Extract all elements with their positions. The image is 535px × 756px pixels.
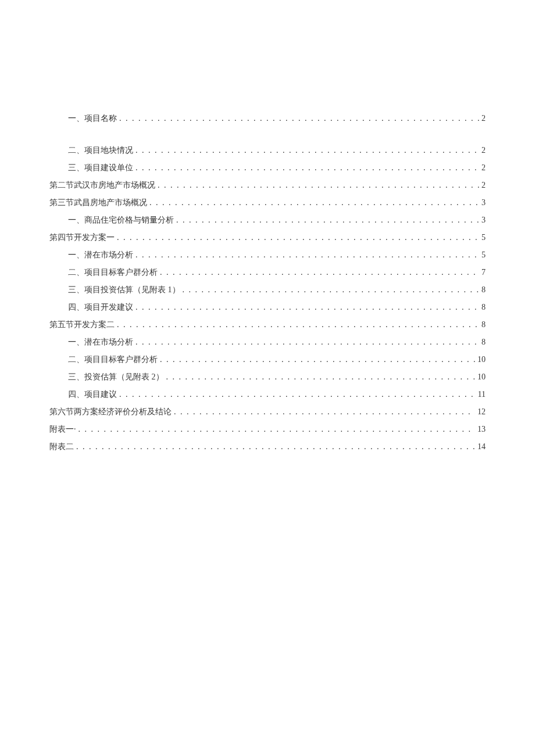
toc-entry-title: 第三节武昌房地产市场概况 xyxy=(49,198,147,208)
toc-leader-dots xyxy=(79,425,476,434)
toc-entry: 三、投资估算（见附表 2）10 xyxy=(49,372,486,382)
toc-leader-dots xyxy=(135,338,479,347)
toc-entry-title: 一、潜在市场分析 xyxy=(68,250,133,260)
toc-entry: 三、项目建设单位2 xyxy=(49,163,486,173)
toc-entry: 第二节武汉市房地产市场概况2 xyxy=(49,180,486,191)
toc-entry-title: 三、投资估算（见附表 2） xyxy=(68,372,164,382)
toc-entry-title: 第五节开发方案二 xyxy=(49,320,115,330)
toc-entry: 附表一·13 xyxy=(49,424,486,435)
toc-entry: 三、项目投资估算（见附表 1）8 xyxy=(49,285,486,295)
toc-leader-dots xyxy=(117,233,479,242)
toc-leader-dots xyxy=(149,198,479,207)
toc-entry-page: 2 xyxy=(482,146,486,155)
spacer xyxy=(49,131,486,145)
toc-entry-page: 5 xyxy=(482,233,486,242)
toc-entry-page: 8 xyxy=(482,320,486,329)
toc-entry: 二、项目地块情况2 xyxy=(49,145,486,156)
toc-entry-page: 5 xyxy=(482,250,486,260)
toc-entry: 附表二14 xyxy=(49,442,486,452)
toc-leader-dots xyxy=(174,407,475,417)
toc-entry-page: 14 xyxy=(477,442,486,452)
toc-entry-title: 第二节武汉市房地产市场概况 xyxy=(49,180,155,191)
toc-entry-title: 一、潜在市场分析 xyxy=(68,337,133,347)
toc-entry: 二、项目目标客户群分析10 xyxy=(49,354,486,365)
toc-entry: 四、项目建议11 xyxy=(49,389,486,400)
toc-entry-title: 二、项目目标客户群分析 xyxy=(68,354,158,365)
toc-entry: 一、项目名称2 xyxy=(49,113,486,124)
toc-entry-page: 12 xyxy=(477,407,486,417)
toc-leader-dots xyxy=(119,390,476,399)
toc-entry-page: 2 xyxy=(482,163,486,173)
toc-leader-dots xyxy=(135,250,479,260)
toc-entry: 二、项目目标客户群分析7 xyxy=(49,267,486,278)
toc-entry-title: 四、项目开发建议 xyxy=(68,302,133,313)
toc-entry-title: 一、商品住宅价格与销量分析 xyxy=(68,215,174,225)
toc-entry-title: 附表一· xyxy=(49,424,76,435)
toc-leader-dots xyxy=(135,163,479,173)
toc-leader-dots xyxy=(135,146,479,155)
toc-entry-page: 13 xyxy=(477,425,486,434)
toc-leader-dots xyxy=(76,442,475,452)
toc-leader-dots xyxy=(160,355,475,364)
table-of-contents: 一、项目名称2二、项目地块情况2三、项目建设单位2第二节武汉市房地产市场概况2第… xyxy=(49,113,486,452)
toc-entry-title: 三、项目投资估算（见附表 1） xyxy=(68,285,180,295)
toc-entry: 一、潜在市场分析8 xyxy=(49,337,486,347)
toc-entry: 第四节开发方案一5 xyxy=(49,232,486,243)
toc-entry: 四、项目开发建议8 xyxy=(49,302,486,313)
toc-entry-title: 三、项目建设单位 xyxy=(68,163,133,173)
toc-entry-page: 10 xyxy=(477,372,486,382)
toc-entry-title: 附表二 xyxy=(49,442,74,452)
toc-leader-dots xyxy=(176,216,479,225)
toc-leader-dots xyxy=(135,303,479,312)
toc-entry-page: 3 xyxy=(482,216,486,225)
toc-entry: 一、潜在市场分析5 xyxy=(49,250,486,260)
toc-leader-dots xyxy=(166,372,476,382)
toc-entry: 第五节开发方案二8 xyxy=(49,320,486,330)
toc-entry: 第六节两方案经济评价分析及结论12 xyxy=(49,407,486,417)
toc-entry-title: 第六节两方案经济评价分析及结论 xyxy=(49,407,172,417)
toc-leader-dots xyxy=(117,320,479,329)
toc-entry: 第三节武昌房地产市场概况3 xyxy=(49,198,486,208)
toc-entry-page: 11 xyxy=(478,390,486,399)
toc-entry-title: 二、项目地块情况 xyxy=(68,145,133,156)
toc-entry-page: 8 xyxy=(482,338,486,347)
toc-entry-page: 8 xyxy=(482,303,486,312)
toc-entry-title: 二、项目目标客户群分析 xyxy=(68,267,158,278)
toc-leader-dots xyxy=(119,114,479,123)
toc-entry-page: 3 xyxy=(482,198,486,207)
toc-entry-title: 一、项目名称 xyxy=(68,113,117,124)
toc-entry-title: 四、项目建议 xyxy=(68,389,117,400)
toc-entry-page: 2 xyxy=(482,181,486,190)
toc-entry-page: 2 xyxy=(482,114,486,123)
toc-leader-dots xyxy=(183,285,480,295)
toc-entry-title: 第四节开发方案一 xyxy=(49,232,115,243)
toc-entry: 一、商品住宅价格与销量分析3 xyxy=(49,215,486,225)
toc-entry-page: 10 xyxy=(477,355,486,364)
toc-leader-dots xyxy=(158,181,479,190)
toc-entry-page: 7 xyxy=(482,268,486,277)
toc-entry-page: 8 xyxy=(482,285,486,295)
toc-leader-dots xyxy=(160,268,479,277)
